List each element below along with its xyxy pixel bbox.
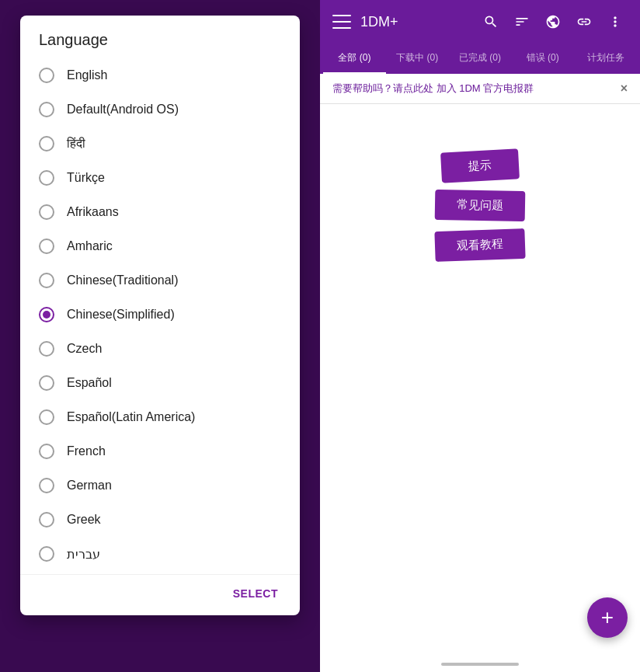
- notification-text: 需要帮助吗？请点此处 加入 1DM 官方电报群: [332, 82, 534, 96]
- radio-button[interactable]: [39, 239, 54, 254]
- language-dialog: Language EnglishDefault(Android OS)हिंदी…: [20, 16, 300, 615]
- magnet-icon[interactable]: [572, 9, 597, 34]
- language-item[interactable]: Español: [20, 366, 300, 400]
- language-label: German: [67, 479, 112, 493]
- language-item[interactable]: Türkçe: [20, 161, 300, 195]
- tab-item-1[interactable]: 下载中 (0): [386, 44, 449, 74]
- sort-icon[interactable]: [510, 9, 534, 34]
- notification-link[interactable]: 加入 1DM 官方电报群: [437, 82, 534, 94]
- language-item[interactable]: Greek: [20, 503, 300, 537]
- app-content: 提示常见问题观看教程 +: [320, 104, 640, 656]
- language-item[interactable]: German: [20, 468, 300, 503]
- notification-prefix: 需要帮助吗？请点此处: [332, 82, 437, 94]
- help-button-0[interactable]: 提示: [440, 148, 520, 183]
- language-label: Español: [67, 376, 112, 390]
- radio-button[interactable]: [39, 341, 54, 357]
- dialog-footer: SELECT: [20, 574, 300, 615]
- notification-bar: 需要帮助吗？请点此处 加入 1DM 官方电报群 ×: [320, 74, 640, 104]
- language-label: Czech: [67, 342, 102, 356]
- radio-button[interactable]: [39, 375, 54, 391]
- language-label: Chinese(Traditional): [67, 273, 178, 287]
- language-item[interactable]: French: [20, 434, 300, 468]
- language-label: Default(Android OS): [67, 103, 179, 117]
- language-item[interactable]: עברית: [20, 537, 300, 571]
- language-label: हिंदी: [67, 137, 85, 151]
- select-button[interactable]: SELECT: [224, 581, 287, 606]
- search-icon[interactable]: [478, 9, 503, 34]
- close-notification-icon[interactable]: ×: [621, 82, 628, 96]
- language-label: Amharic: [67, 239, 113, 253]
- language-label: Chinese(Simplified): [67, 308, 175, 322]
- language-item[interactable]: Czech: [20, 332, 300, 366]
- help-buttons: 提示常见问题观看教程: [435, 151, 525, 260]
- language-label: עברית: [67, 547, 100, 562]
- tab-item-3[interactable]: 错误 (0): [511, 44, 574, 74]
- radio-button[interactable]: [39, 444, 54, 459]
- radio-button[interactable]: [39, 307, 54, 322]
- right-panel: 1DM+ 全部 (0)下载中 (0)已完成 (0)错误 (0)计划任务 需要帮助…: [320, 0, 640, 672]
- language-label: Türkçe: [67, 171, 105, 185]
- language-item[interactable]: Chinese(Traditional): [20, 263, 300, 298]
- language-item[interactable]: Amharic: [20, 229, 300, 263]
- home-indicator: [441, 663, 519, 666]
- language-item[interactable]: Default(Android OS): [20, 92, 300, 127]
- hamburger-icon[interactable]: [332, 15, 351, 29]
- dialog-overlay: Language EnglishDefault(Android OS)हिंदी…: [0, 0, 320, 672]
- radio-button[interactable]: [39, 204, 54, 220]
- language-item[interactable]: Afrikaans: [20, 195, 300, 229]
- tab-item-4[interactable]: 计划任务: [574, 44, 637, 74]
- language-list[interactable]: EnglishDefault(Android OS)हिंदीTürkçeAfr…: [20, 55, 300, 574]
- fab-button[interactable]: +: [587, 597, 628, 638]
- bottom-bar: [320, 656, 640, 672]
- dialog-title: Language: [39, 31, 281, 49]
- tabs-bar: 全部 (0)下载中 (0)已完成 (0)错误 (0)计划任务: [320, 44, 640, 74]
- language-label: English: [67, 68, 107, 82]
- help-button-1[interactable]: 常见问题: [435, 190, 526, 221]
- more-icon[interactable]: [603, 9, 628, 34]
- language-label: Español(Latin America): [67, 410, 195, 424]
- header-icons: [478, 9, 628, 34]
- radio-button[interactable]: [39, 512, 54, 528]
- radio-button[interactable]: [39, 170, 54, 186]
- radio-button[interactable]: [39, 136, 54, 151]
- radio-button[interactable]: [39, 478, 54, 493]
- help-button-2[interactable]: 观看教程: [434, 228, 525, 262]
- radio-button[interactable]: [39, 68, 54, 83]
- left-panel: Language EnglishDefault(Android OS)हिंदी…: [0, 0, 320, 672]
- tab-item-0[interactable]: 全部 (0): [323, 44, 386, 74]
- language-label: Afrikaans: [67, 205, 119, 219]
- radio-button[interactable]: [39, 102, 54, 117]
- language-item[interactable]: Español(Latin America): [20, 400, 300, 434]
- language-label: French: [67, 444, 106, 458]
- globe-icon[interactable]: [541, 9, 565, 34]
- dialog-header: Language: [20, 16, 300, 55]
- radio-button[interactable]: [39, 273, 54, 288]
- app-title: 1DM+: [360, 14, 469, 30]
- tab-item-2[interactable]: 已完成 (0): [449, 44, 512, 74]
- radio-button[interactable]: [39, 409, 54, 425]
- language-item[interactable]: English: [20, 58, 300, 92]
- language-item[interactable]: Chinese(Simplified): [20, 298, 300, 332]
- app-header: 1DM+: [320, 0, 640, 44]
- radio-button[interactable]: [39, 546, 54, 562]
- language-label: Greek: [67, 513, 101, 527]
- language-item[interactable]: हिंदी: [20, 127, 300, 161]
